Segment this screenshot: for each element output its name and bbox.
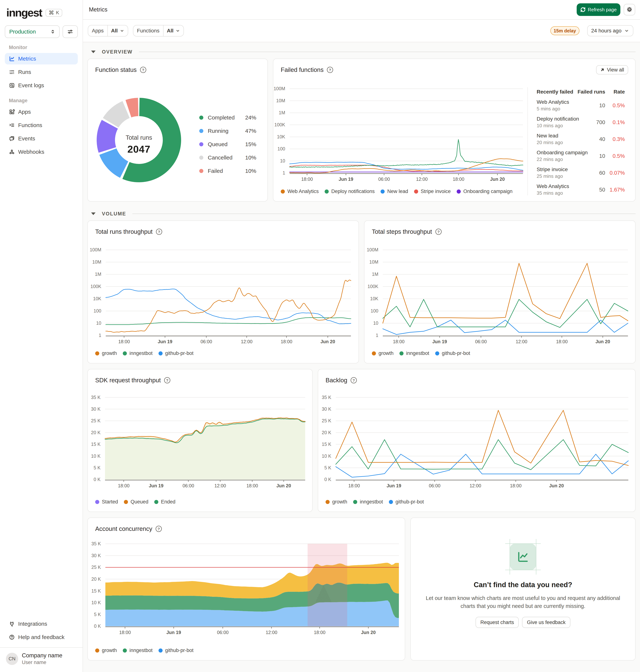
svg-text:06:00: 06:00 <box>475 339 487 344</box>
svg-text:06:00: 06:00 <box>429 483 440 488</box>
svg-text:5 K: 5 K <box>93 465 101 470</box>
svg-text:18:00: 18:00 <box>393 339 405 344</box>
svg-text:Jun 20: Jun 20 <box>276 483 291 488</box>
svg-text:Jun 19: Jun 19 <box>149 483 163 488</box>
svg-text:100K: 100K <box>368 284 379 289</box>
svg-text:1: 1 <box>376 333 378 338</box>
svg-text:06:00: 06:00 <box>378 176 390 182</box>
svg-text:15 K: 15 K <box>91 442 101 447</box>
svg-text:18:00: 18:00 <box>348 483 360 488</box>
svg-text:12:00: 12:00 <box>215 483 226 488</box>
svg-text:1M: 1M <box>372 272 378 277</box>
svg-text:10M: 10M <box>369 259 378 264</box>
svg-text:35 K: 35 K <box>91 541 101 546</box>
svg-text:06:00: 06:00 <box>217 630 229 635</box>
svg-text:Jun 19: Jun 19 <box>166 630 181 635</box>
svg-text:35 K: 35 K <box>91 395 101 400</box>
svg-text:18:00: 18:00 <box>119 630 131 635</box>
svg-text:30 K: 30 K <box>91 406 101 412</box>
svg-text:35 K: 35 K <box>322 395 332 400</box>
svg-text:06:00: 06:00 <box>183 483 194 488</box>
svg-text:12:00: 12:00 <box>470 483 481 488</box>
svg-text:18:00: 18:00 <box>556 339 568 344</box>
svg-text:25 K: 25 K <box>91 418 101 423</box>
svg-text:100M: 100M <box>90 247 101 252</box>
svg-text:12:00: 12:00 <box>266 630 277 635</box>
svg-text:100K: 100K <box>90 284 101 289</box>
svg-text:5 K: 5 K <box>324 465 331 470</box>
svg-text:100: 100 <box>93 308 101 313</box>
svg-text:?: ? <box>142 68 144 72</box>
svg-text:Jun 20: Jun 20 <box>549 483 564 488</box>
svg-text:100: 100 <box>370 308 378 313</box>
svg-text:Jun 19: Jun 19 <box>387 483 401 488</box>
svg-text:100M: 100M <box>274 86 285 91</box>
svg-text:20 K: 20 K <box>322 430 332 435</box>
svg-text:10M: 10M <box>92 259 101 264</box>
svg-text:Jun 20: Jun 20 <box>361 630 376 635</box>
svg-text:10 K: 10 K <box>322 454 332 459</box>
svg-text:12:00: 12:00 <box>416 176 428 182</box>
svg-text:100: 100 <box>277 146 285 151</box>
svg-text:0 K: 0 K <box>324 477 331 482</box>
svg-text:12:00: 12:00 <box>241 339 252 344</box>
svg-text:25 K: 25 K <box>91 564 101 570</box>
svg-text:100M: 100M <box>367 247 378 252</box>
svg-text:30 K: 30 K <box>91 553 101 558</box>
svg-text:18:00: 18:00 <box>314 630 325 635</box>
svg-text:10K: 10K <box>93 296 101 301</box>
svg-text:10: 10 <box>373 320 378 326</box>
svg-text:0 K: 0 K <box>94 624 101 629</box>
svg-text:18:00: 18:00 <box>118 483 130 488</box>
svg-text:10M: 10M <box>276 98 285 103</box>
svg-text:10: 10 <box>96 320 101 326</box>
svg-text:18:00: 18:00 <box>301 176 313 182</box>
svg-text:1: 1 <box>99 333 101 338</box>
svg-text:20 K: 20 K <box>91 430 101 435</box>
svg-text:1M: 1M <box>95 272 101 277</box>
svg-text:18:00: 18:00 <box>453 176 464 182</box>
svg-text:10 K: 10 K <box>91 454 101 459</box>
svg-text:10K: 10K <box>370 296 379 301</box>
svg-text:15 K: 15 K <box>322 442 332 447</box>
svg-text:20 K: 20 K <box>91 576 101 582</box>
svg-text:1M: 1M <box>279 110 285 115</box>
svg-text:15 K: 15 K <box>91 588 101 594</box>
svg-text:0 K: 0 K <box>93 477 101 482</box>
svg-text:Jun 19: Jun 19 <box>158 339 172 344</box>
svg-text:18:00: 18:00 <box>281 339 292 344</box>
svg-text:10 K: 10 K <box>91 600 101 605</box>
svg-text:100K: 100K <box>274 122 285 127</box>
svg-text:Jun 19: Jun 19 <box>432 339 447 344</box>
svg-text:30 K: 30 K <box>322 406 332 412</box>
svg-text:1: 1 <box>282 170 285 175</box>
svg-text:25 K: 25 K <box>322 418 332 423</box>
svg-text:12:00: 12:00 <box>516 339 527 344</box>
svg-text:06:00: 06:00 <box>201 339 212 344</box>
svg-text:10: 10 <box>280 158 285 163</box>
svg-text:Jun 20: Jun 20 <box>320 339 335 344</box>
svg-text:10K: 10K <box>277 134 285 139</box>
svg-text:Jun 20: Jun 20 <box>490 176 505 182</box>
svg-text:18:00: 18:00 <box>118 339 130 344</box>
svg-text:5 K: 5 K <box>94 612 101 617</box>
svg-text:18:00: 18:00 <box>510 483 522 488</box>
svg-text:Jun 20: Jun 20 <box>595 339 610 344</box>
svg-text:Jun 19: Jun 19 <box>338 176 353 182</box>
svg-text:18:00: 18:00 <box>246 483 258 488</box>
